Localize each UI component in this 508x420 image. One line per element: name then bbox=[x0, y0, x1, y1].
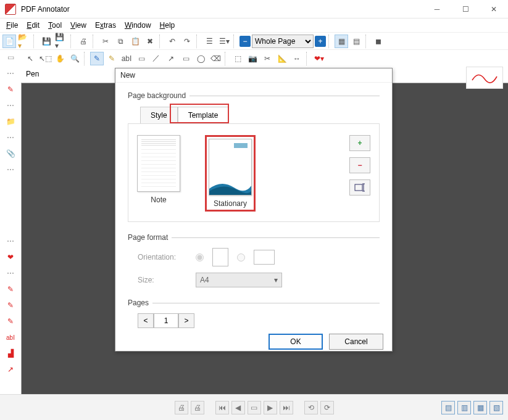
menu-window[interactable]: Window bbox=[121, 20, 155, 31]
marker-tool[interactable]: ✎ bbox=[105, 52, 119, 65]
template-add-button[interactable]: + bbox=[349, 135, 370, 151]
left-tool-strip: ▭ ⋯ ✎ ⋯ 📁 ⋯ 📎 ⋯ ⋯ ❤ ⋯ ✎ ✎ ✎ abI ▟ ↗ bbox=[0, 49, 21, 394]
template-stationary[interactable]: Stationary bbox=[205, 135, 256, 212]
print-button[interactable]: 🖨 bbox=[77, 35, 90, 48]
pages-increment-button[interactable]: > bbox=[178, 313, 194, 328]
minimize-button[interactable]: ─ bbox=[423, 0, 451, 19]
strip-sep-6: ⋯ bbox=[0, 265, 21, 281]
camera-tool[interactable]: 📷 bbox=[246, 52, 259, 65]
delete-button[interactable]: ✖ bbox=[143, 35, 157, 48]
nav-last-icon[interactable]: ⏭ bbox=[280, 401, 293, 414]
ellipse-tool[interactable]: ◯ bbox=[194, 52, 207, 65]
template-rename-button[interactable] bbox=[349, 179, 370, 196]
layout-single-button[interactable]: ▦ bbox=[335, 35, 348, 48]
menu-file[interactable]: File bbox=[2, 20, 22, 31]
new-document-dialog: New Page background Style Template Note bbox=[115, 68, 393, 352]
copy-button[interactable]: ⧉ bbox=[114, 35, 127, 48]
template-remove-button[interactable]: − bbox=[349, 157, 370, 173]
size-label: Size: bbox=[138, 276, 187, 284]
select-tool[interactable]: ↖⬚ bbox=[38, 52, 52, 65]
nav-prev-icon[interactable]: ◀ bbox=[231, 401, 245, 414]
menu-help[interactable]: Help bbox=[156, 20, 179, 31]
size-combo: A4▾ bbox=[196, 273, 282, 287]
attachment-icon[interactable]: 📎 bbox=[0, 146, 21, 162]
crop-tool[interactable]: ✂ bbox=[260, 52, 274, 65]
strip-sep: ⋯ bbox=[0, 65, 21, 81]
rect-tool[interactable]: ▭ bbox=[179, 52, 193, 65]
template-stationary-label: Stationary bbox=[214, 199, 247, 208]
orientation-portrait-icon bbox=[212, 248, 228, 266]
template-note[interactable]: Note bbox=[137, 135, 180, 212]
fav-arrow-icon[interactable]: ↗ bbox=[0, 361, 21, 377]
measure-tool[interactable]: 📐 bbox=[275, 52, 289, 65]
text-tool[interactable]: abI bbox=[120, 52, 133, 65]
undo-button[interactable]: ↶ bbox=[165, 35, 179, 48]
favorites-button[interactable]: ❤▾ bbox=[312, 52, 326, 65]
view-mode-2-icon[interactable]: ▥ bbox=[457, 401, 471, 414]
tab-template[interactable]: Template bbox=[178, 107, 229, 124]
nav-fwd-icon[interactable]: ⟳ bbox=[320, 401, 334, 414]
save-button[interactable]: 💾 bbox=[40, 35, 53, 48]
view-mode-1-icon[interactable]: ▤ bbox=[441, 401, 455, 414]
nav-print2-icon[interactable]: 🖨 bbox=[191, 401, 204, 414]
line-tool[interactable]: ／ bbox=[149, 52, 163, 65]
menu-extras[interactable]: Extras bbox=[91, 20, 120, 31]
fav-abl-icon[interactable]: abI bbox=[0, 329, 21, 345]
zoom-combo[interactable]: Whole Page bbox=[252, 35, 314, 48]
stamp-tool[interactable]: ⬚ bbox=[231, 52, 244, 65]
nav-first-icon[interactable]: ⏮ bbox=[215, 401, 229, 414]
dimension-tool[interactable]: ↔ bbox=[290, 52, 304, 65]
template-note-label: Note bbox=[151, 196, 166, 204]
text-highlight-tool[interactable]: ▭ bbox=[135, 52, 148, 65]
orientation-label: Orientation: bbox=[138, 253, 187, 261]
status-bar: 🖨 🖨 ⏮ ◀ ▭ ▶ ⏭ ⟲ ⟳ ▤ ▥ ▦ ▧ bbox=[0, 394, 508, 420]
sidebar-toggle-2[interactable]: ☰▾ bbox=[217, 35, 231, 48]
main-toolbar: 📄 📂▾ 💾 💾▾ 🖨 ✂ ⧉ 📋 ✖ ↶ ↷ ☰ ☰▾ − Whole Pag… bbox=[0, 32, 508, 49]
fav-pen-1-icon[interactable]: ✎ bbox=[0, 281, 21, 297]
page-icon[interactable]: ▭ bbox=[0, 49, 21, 65]
zoom-tool[interactable]: 🔍 bbox=[68, 52, 81, 65]
view-mode-3-icon[interactable]: ▦ bbox=[473, 401, 487, 414]
close-button[interactable]: ✕ bbox=[480, 0, 508, 19]
fullscreen-button[interactable]: ◼ bbox=[372, 35, 385, 48]
chevron-down-icon: ▾ bbox=[274, 276, 278, 284]
eraser-tool[interactable]: ⌫ bbox=[209, 52, 222, 65]
zoom-in-button[interactable]: + bbox=[315, 36, 326, 47]
current-tool-label: Pen bbox=[21, 68, 44, 80]
save-as-button[interactable]: 💾▾ bbox=[54, 35, 68, 48]
ok-button[interactable]: OK bbox=[269, 334, 323, 350]
nav-print-icon[interactable]: 🖨 bbox=[175, 401, 188, 414]
new-doc-button[interactable]: 📄 bbox=[2, 35, 16, 48]
heart-icon[interactable]: ❤ bbox=[0, 249, 21, 265]
pointer-tool[interactable]: ↖ bbox=[23, 52, 37, 65]
pen-red-icon[interactable]: ✎ bbox=[0, 81, 21, 97]
menu-view[interactable]: View bbox=[67, 20, 90, 31]
fav-pen-2-icon[interactable]: ✎ bbox=[0, 297, 21, 313]
cancel-button[interactable]: Cancel bbox=[329, 334, 383, 350]
tab-style[interactable]: Style bbox=[140, 107, 178, 124]
folder-icon[interactable]: 📁 bbox=[0, 113, 21, 130]
nav-back-icon[interactable]: ⟲ bbox=[304, 401, 318, 414]
zoom-out-button[interactable]: − bbox=[239, 36, 251, 47]
fav-pen-3-icon[interactable]: ✎ bbox=[0, 313, 21, 329]
nav-page-icon[interactable]: ▭ bbox=[248, 401, 261, 414]
pages-input[interactable] bbox=[154, 313, 178, 328]
fav-stamp-icon[interactable]: ▟ bbox=[0, 345, 21, 361]
arrow-tool[interactable]: ↗ bbox=[164, 52, 178, 65]
cut-button[interactable]: ✂ bbox=[99, 35, 112, 48]
open-button[interactable]: 📂▾ bbox=[17, 35, 31, 48]
menu-edit[interactable]: Edit bbox=[23, 20, 43, 31]
menu-bar: File Edit Tool View Extras Window Help bbox=[0, 19, 508, 32]
view-mode-4-icon[interactable]: ▧ bbox=[489, 401, 503, 414]
sidebar-toggle[interactable]: ☰ bbox=[202, 35, 216, 48]
pages-decrement-button[interactable]: < bbox=[138, 313, 154, 328]
menu-tool[interactable]: Tool bbox=[44, 20, 65, 31]
nav-next-icon[interactable]: ▶ bbox=[264, 401, 277, 414]
pen-tool[interactable]: ✎ bbox=[90, 52, 104, 65]
layout-continuous-button[interactable]: ▤ bbox=[349, 35, 363, 48]
maximize-button[interactable]: ☐ bbox=[451, 0, 480, 19]
paste-button[interactable]: 📋 bbox=[128, 35, 142, 48]
redo-button[interactable]: ↷ bbox=[180, 35, 194, 48]
pan-tool[interactable]: ✋ bbox=[53, 52, 67, 65]
strip-sep-4: ⋯ bbox=[0, 162, 21, 178]
